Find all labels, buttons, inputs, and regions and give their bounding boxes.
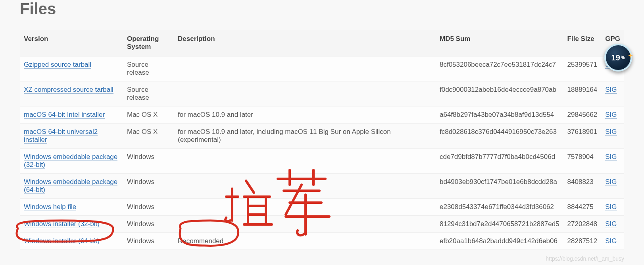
- md5-cell: efb20aa1b648a2baddd949c142d6eb06: [436, 233, 563, 250]
- size-cell: 28287512: [563, 233, 602, 250]
- os-cell: Source release: [123, 56, 174, 81]
- md5-cell: 81294c31bd7e2d4470658721b2887ed5: [436, 216, 563, 233]
- version-link[interactable]: macOS 64-bit universal2 installer: [24, 128, 98, 144]
- os-cell: Windows: [123, 199, 174, 216]
- gpg-link[interactable]: SIG: [605, 178, 617, 186]
- table-row: macOS 64-bit universal2 installerMac OS …: [20, 124, 624, 149]
- table-row: Windows help fileWindowse2308d543374e671…: [20, 199, 624, 216]
- gpg-link[interactable]: SIG: [605, 86, 617, 94]
- size-cell: 18889164: [563, 81, 602, 106]
- desc-cell: for macOS 10.9 and later, including macO…: [174, 124, 436, 149]
- md5-cell: fc8d028618c376d0444916950c73e263: [436, 124, 563, 149]
- table-row: Gzipped source tarballSource release8cf0…: [20, 56, 624, 81]
- table-row: Windows installer (32-bit)Windows81294c3…: [20, 216, 624, 233]
- table-row: macOS 64-bit Intel installerMac OS Xfor …: [20, 106, 624, 124]
- gpg-link[interactable]: SIG: [605, 203, 617, 211]
- desc-cell: [174, 216, 436, 233]
- desc-cell: [174, 81, 436, 106]
- gpg-link[interactable]: SIG: [605, 153, 617, 161]
- badge-value: 19: [611, 53, 620, 62]
- md5-cell: a64f8b297fa43be07a34b8af9d13d554: [436, 106, 563, 124]
- desc-cell: [174, 56, 436, 81]
- size-cell: 25399571: [563, 56, 602, 81]
- desc-cell: [174, 199, 436, 216]
- os-cell: Mac OS X: [123, 124, 174, 149]
- os-cell: Windows: [123, 233, 174, 250]
- files-table: Version Operating System Description MD5…: [20, 30, 624, 250]
- version-link[interactable]: Windows embeddable package (64-bit): [24, 178, 117, 194]
- version-link[interactable]: Windows embeddable package (32-bit): [24, 153, 117, 169]
- os-cell: Windows: [123, 216, 174, 233]
- table-row: Windows embeddable package (32-bit)Windo…: [20, 149, 624, 174]
- watermark: https://blog.csdn.net/I_am_busy: [546, 255, 624, 262]
- version-link[interactable]: Windows installer (32-bit): [24, 220, 100, 228]
- table-row: XZ compressed source tarballSource relea…: [20, 81, 624, 106]
- os-cell: Windows: [123, 174, 174, 199]
- gpg-link[interactable]: SIG: [605, 128, 617, 136]
- desc-cell: [174, 149, 436, 174]
- table-row: Windows installer (64-bit)WindowsRecomme…: [20, 233, 624, 250]
- progress-badge[interactable]: 19% ✦: [604, 44, 636, 75]
- md5-cell: cde7d9bfd87b7777d7f0ba4b0cd4506d: [436, 149, 563, 174]
- badge-pct: %: [621, 55, 625, 60]
- version-link[interactable]: macOS 64-bit Intel installer: [24, 111, 105, 119]
- desc-cell: [174, 174, 436, 199]
- size-cell: 8408823: [563, 174, 602, 199]
- md5-cell: bd4903eb930cf1747be01e6b8dcdd28a: [436, 174, 563, 199]
- th-md5: MD5 Sum: [436, 30, 563, 56]
- os-cell: Source release: [123, 81, 174, 106]
- table-row: Windows embeddable package (64-bit)Windo…: [20, 174, 624, 199]
- th-size: File Size: [563, 30, 602, 56]
- size-cell: 29845662: [563, 106, 602, 124]
- th-os: Operating System: [123, 30, 174, 56]
- page-title: Files: [20, 0, 624, 18]
- os-cell: Mac OS X: [123, 106, 174, 124]
- desc-cell: for macOS 10.9 and later: [174, 106, 436, 124]
- gpg-link[interactable]: SIG: [605, 237, 617, 245]
- md5-cell: 8cf053206beeca72c7ee531817dc24c7: [436, 56, 563, 81]
- version-link[interactable]: XZ compressed source tarball: [24, 86, 113, 94]
- size-cell: 7578904: [563, 149, 602, 174]
- version-link[interactable]: Gzipped source tarball: [24, 61, 91, 69]
- version-link[interactable]: Windows installer (64-bit): [24, 237, 100, 245]
- size-cell: 27202848: [563, 216, 602, 233]
- th-desc: Description: [174, 30, 436, 56]
- gpg-link[interactable]: SIG: [605, 220, 617, 228]
- md5-cell: f0dc9000312abeb16de4eccce9a870ab: [436, 81, 563, 106]
- os-cell: Windows: [123, 149, 174, 174]
- md5-cell: e2308d543374e671ffe0344d3fd36062: [436, 199, 563, 216]
- th-version: Version: [20, 30, 123, 56]
- version-link[interactable]: Windows help file: [24, 203, 76, 211]
- gpg-link[interactable]: SIG: [605, 111, 617, 119]
- desc-cell: Recommended: [174, 233, 436, 250]
- star-icon: ✦: [628, 52, 633, 59]
- size-cell: 37618901: [563, 124, 602, 149]
- size-cell: 8844275: [563, 199, 602, 216]
